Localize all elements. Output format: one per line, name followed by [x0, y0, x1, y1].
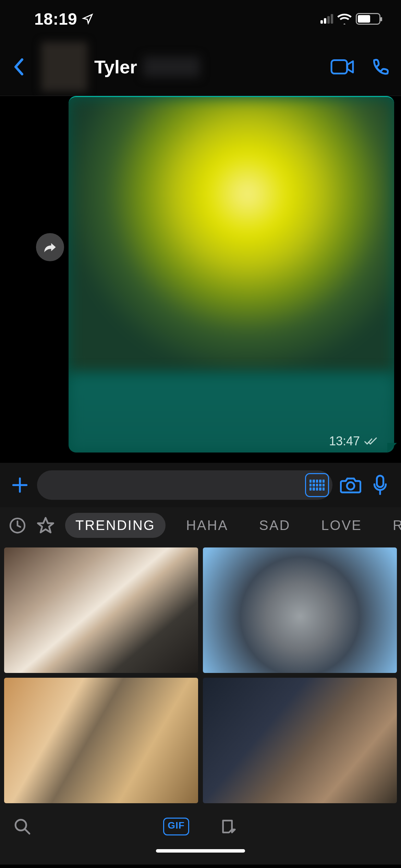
- app-root: 18:19 Tyler: [0, 0, 401, 868]
- sticker-mode-button[interactable]: [220, 818, 238, 835]
- gif-tile[interactable]: [203, 547, 397, 673]
- home-indicator-area: [0, 846, 401, 865]
- forward-button[interactable]: [36, 233, 64, 261]
- svg-marker-7: [38, 518, 53, 532]
- picker-mode-switch: GIF: [31, 818, 370, 835]
- favorites-tab[interactable]: [36, 516, 55, 535]
- home-indicator[interactable]: [156, 849, 245, 853]
- contact-avatar[interactable]: [41, 42, 87, 92]
- message-input[interactable]: [37, 470, 332, 500]
- message-image[interactable]: [69, 97, 394, 374]
- video-call-button[interactable]: [330, 59, 354, 75]
- contact-name-text: Tyler: [94, 56, 137, 77]
- battery-icon: [356, 13, 380, 25]
- gif-category-trending[interactable]: TRENDING: [65, 513, 166, 538]
- compose-bar: [0, 463, 401, 507]
- status-bar: 18:19: [0, 0, 401, 38]
- message-meta: 13:47: [329, 434, 378, 448]
- gif-category-sad[interactable]: SAD: [249, 513, 301, 538]
- attach-button[interactable]: [10, 475, 30, 495]
- outgoing-message-bubble[interactable]: 13:47: [69, 96, 394, 453]
- bubble-tail: [387, 443, 397, 453]
- location-arrow-icon: [82, 13, 94, 25]
- cellular-signal-icon: [320, 14, 333, 24]
- gif-picker-bottom-bar: GIF: [0, 807, 401, 846]
- wifi-icon: [337, 13, 352, 24]
- status-time: 18:19: [34, 10, 77, 28]
- microphone-button[interactable]: [369, 474, 391, 496]
- read-receipt-icon: [364, 437, 378, 446]
- keyboard-toggle-button[interactable]: [305, 473, 329, 497]
- voice-call-button[interactable]: [371, 57, 391, 77]
- gif-mode-button[interactable]: GIF: [163, 818, 189, 835]
- camera-button[interactable]: [339, 474, 362, 496]
- gif-category-love[interactable]: LOVE: [311, 513, 372, 538]
- gif-category-reaction[interactable]: REACTION: [382, 513, 401, 538]
- recents-tab[interactable]: [9, 517, 26, 534]
- svg-point-3: [347, 482, 354, 490]
- svg-rect-0: [331, 60, 347, 73]
- chat-header: Tyler: [0, 38, 401, 96]
- status-left: 18:19: [34, 10, 94, 28]
- gif-category-haha[interactable]: HAHA: [176, 513, 239, 538]
- gif-search-button[interactable]: [14, 818, 31, 835]
- back-button[interactable]: [10, 50, 27, 84]
- contact-name-redacted: [143, 57, 200, 77]
- gif-category-tabs: TRENDING HAHA SAD LOVE REACTION: [0, 507, 401, 543]
- status-right: [320, 13, 380, 25]
- header-actions: [330, 57, 391, 77]
- gif-results-grid[interactable]: [0, 543, 401, 807]
- gif-tile[interactable]: [203, 678, 397, 803]
- svg-rect-4: [377, 476, 383, 487]
- keyboard-icon: [309, 480, 325, 491]
- contact-name[interactable]: Tyler: [94, 56, 330, 77]
- gif-tile[interactable]: [4, 547, 198, 673]
- gif-tile[interactable]: [4, 678, 198, 803]
- svg-line-9: [25, 829, 29, 834]
- chat-messages[interactable]: 13:47: [0, 96, 401, 463]
- message-time: 13:47: [329, 434, 360, 448]
